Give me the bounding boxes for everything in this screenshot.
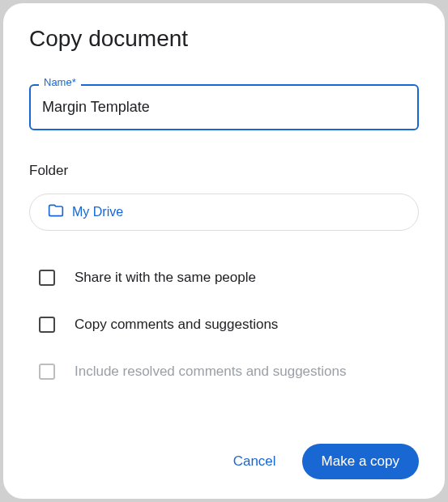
name-field-label: Name* [39, 76, 81, 88]
dialog-actions: Cancel Make a copy [29, 428, 419, 479]
share-same-checkbox[interactable] [39, 270, 55, 286]
copy-comments-option[interactable]: Copy comments and suggestions [29, 310, 419, 339]
required-asterisk: * [72, 76, 76, 88]
include-resolved-label: Include resolved comments and suggestion… [75, 364, 346, 380]
name-input[interactable] [29, 84, 419, 130]
cancel-button[interactable]: Cancel [220, 445, 289, 478]
copy-comments-checkbox[interactable] [39, 317, 55, 333]
copy-comments-label: Copy comments and suggestions [75, 317, 278, 333]
make-copy-button[interactable]: Make a copy [302, 444, 419, 479]
name-field-wrapper: Name* [29, 84, 419, 130]
name-label-text: Name [44, 76, 72, 88]
share-same-label: Share it with the same people [75, 270, 256, 286]
include-resolved-option: Include resolved comments and suggestion… [29, 357, 419, 386]
folder-chip-label: My Drive [72, 205, 123, 219]
folder-icon [48, 202, 64, 222]
folder-section-label: Folder [29, 163, 419, 179]
include-resolved-checkbox [39, 364, 55, 380]
folder-picker-chip[interactable]: My Drive [29, 194, 419, 231]
dialog-title: Copy document [29, 26, 419, 52]
share-same-people-option[interactable]: Share it with the same people [29, 263, 419, 292]
copy-document-dialog: Copy document Name* Folder My Drive Shar… [3, 3, 445, 499]
